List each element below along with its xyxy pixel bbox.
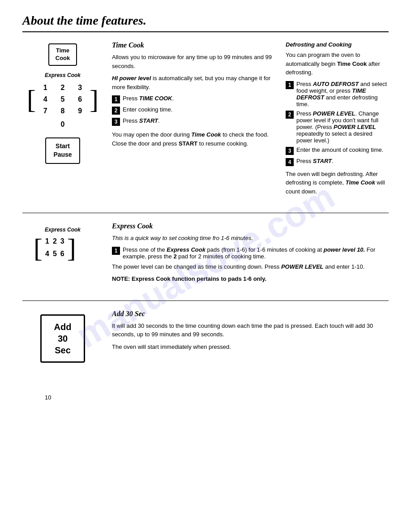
express-keypad-bracket: [ 1 2 3 4 5 6 ] [34, 235, 92, 262]
defrost-step-num-2: 2 [286, 111, 294, 119]
defrost-step4: 4 Press START. [286, 158, 389, 166]
title-divider [22, 31, 389, 32]
keypad-label: Express Cook [27, 72, 98, 78]
time-cook-section: TimeCook Express Cook [ 1 2 3 4 5 6 7 8 … [22, 41, 389, 208]
bracket-right-icon: ] [90, 80, 98, 119]
express-small-keypad: Express Cook [ 1 2 3 4 5 6 ] [34, 227, 92, 262]
express-keypad-4[interactable]: 4 [44, 249, 50, 260]
keypad-9[interactable]: 9 [72, 106, 88, 116]
defrost-step2-text: Press POWER LEVEL. Change power level if… [296, 110, 389, 144]
bracket-left-icon: [ [27, 80, 36, 119]
step-num-1: 1 [112, 95, 120, 103]
keypad-5[interactable]: 5 [55, 94, 71, 104]
time-cook-title: Time Cook [112, 41, 277, 49]
time-cook-right-panel: Time Cook Allows you to microwave for an… [112, 41, 389, 199]
defrost-step-num-1: 1 [286, 81, 294, 89]
express-keypad-label: Express Cook [34, 227, 92, 233]
keypad-8[interactable]: 8 [55, 106, 71, 116]
express-keypad-1[interactable]: 1 [44, 236, 50, 247]
defrost-outro: The oven will begin defrosting. After de… [286, 170, 389, 196]
express-keypad-3[interactable]: 3 [60, 236, 65, 247]
express-keypad-5[interactable]: 5 [52, 249, 58, 260]
section-divider-1 [22, 213, 389, 213]
add30-left-panel: Add30 Sec [22, 310, 103, 363]
express-cook-section: Express Cook [ 1 2 3 4 5 6 ] Express Coo… [22, 222, 389, 296]
defrost-title: Defrosting and Cooking [286, 41, 389, 48]
keypad-grid: 1 2 3 4 5 6 7 8 9 [36, 80, 90, 119]
express-cook-left-panel: Express Cook [ 1 2 3 4 5 6 ] [22, 222, 103, 287]
defrost-side-panel: Defrosting and Cooking You can program t… [286, 41, 389, 199]
time-cook-desc1: Allows you to microwave for any time up … [112, 53, 277, 70]
keypad-1[interactable]: 1 [38, 83, 53, 93]
defrost-step-num-4: 4 [286, 158, 294, 166]
keypad-4[interactable]: 4 [38, 94, 53, 104]
keypad-3[interactable]: 3 [72, 83, 88, 93]
express-cook-step1-text: Press one of the Express Cook pads (from… [123, 246, 389, 260]
express-cook-main: Express Cook This is a quick way to set … [112, 222, 389, 287]
express-keypad-2[interactable]: 2 [52, 236, 58, 247]
express-cook-subtitle: This is a quick way to set cooking time … [112, 234, 389, 243]
hi-power-level-text: HI power level [112, 75, 151, 82]
keypad-6[interactable]: 6 [72, 94, 88, 104]
defrost-step1: 1 Press AUTO DEFROST and select food wei… [286, 81, 389, 107]
express-cook-step1: 1 Press one of the Express Cook pads (fr… [112, 246, 389, 260]
time-cook-step3: 3 Press START. [112, 117, 277, 126]
express-bracket-right-icon: ] [67, 235, 76, 262]
keypad-bracket: [ 1 2 3 4 5 6 7 8 9 ] [27, 80, 98, 119]
express-cook-desc2: The power level can be changed as time i… [112, 262, 389, 271]
express-cook-note: NOTE: Express Cook function pertains to … [112, 275, 389, 283]
keypad-0[interactable]: 0 [27, 120, 98, 129]
defrost-step2: 2 Press POWER LEVEL. Change power level … [286, 110, 389, 144]
express-cook-title: Express Cook [112, 222, 389, 230]
defrost-step1-text: Press AUTO DEFROST and select food weigh… [296, 81, 389, 107]
time-cook-step3-text: Press START. [123, 117, 160, 124]
time-cook-step2-text: Enter cooking time. [123, 106, 172, 113]
keypad-2[interactable]: 2 [55, 83, 71, 93]
time-cook-left-panel: TimeCook Express Cook [ 1 2 3 4 5 6 7 8 … [22, 41, 103, 199]
add30-button[interactable]: Add30 Sec [40, 314, 85, 363]
start-pause-button[interactable]: StartPause [45, 137, 80, 164]
add30-section: Add30 Sec Add 30 Sec It will add 30 seco… [22, 310, 389, 372]
time-cook-step1: 1 Press TIME COOK. [112, 95, 277, 103]
defrost-step3-text: Enter the amount of cooking time. [296, 146, 383, 153]
time-cook-button[interactable]: TimeCook [48, 43, 77, 66]
time-cook-main: Time Cook Allows you to microwave for an… [112, 41, 277, 199]
step-num-3: 3 [112, 118, 120, 126]
page-number: 10 [45, 394, 411, 401]
defrost-step-num-3: 3 [286, 147, 294, 155]
keypad-7[interactable]: 7 [38, 106, 53, 116]
defrost-intro: You can program the oven to automaticall… [286, 51, 389, 77]
add30-desc2: The oven will start immediately when pre… [112, 343, 389, 352]
defrost-step4-text: Press START. [296, 158, 334, 164]
add30-main: Add 30 Sec It will add 30 seconds to the… [112, 310, 389, 363]
step-num-2: 2 [112, 107, 120, 115]
time-cook-step1-text: Press TIME COOK. [123, 95, 174, 102]
express-bracket-left-icon: [ [34, 235, 43, 262]
defrost-step3: 3 Enter the amount of cooking time. [286, 146, 389, 155]
time-cook-step2: 2 Enter cooking time. [112, 106, 277, 115]
add30-title: Add 30 Sec [112, 310, 389, 318]
express-cook-keypad-container: Express Cook [ 1 2 3 4 5 6 7 8 9 ] 0 [27, 72, 98, 129]
section-divider-2 [22, 300, 389, 301]
express-small-grid: 1 2 3 4 5 6 [43, 235, 67, 262]
express-step-num-1: 1 [112, 247, 120, 255]
express-keypad-6[interactable]: 6 [60, 249, 65, 260]
page-title: About the time features. [22, 13, 389, 28]
time-cook-desc3: You may open the door during Time Cook t… [112, 130, 277, 148]
time-cook-desc2: HI power level is automatically set, but… [112, 74, 277, 91]
add30-desc1: It will add 30 seconds to the time count… [112, 322, 389, 339]
